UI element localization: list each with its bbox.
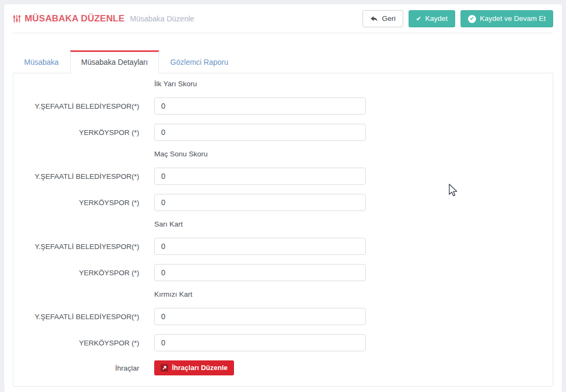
form-section: Kırmızı Kart Y.ŞEFAATLİ BELEDİYESPOR(*) … [13,290,553,351]
score-input[interactable] [154,334,366,351]
form-row: Y.ŞEFAATLİ BELEDİYESPOR(*) [13,97,553,115]
match-details-form: İlk Yarı Skoru Y.ŞEFAATLİ BELEDİYESPOR(*… [13,73,553,387]
tab-gozlemci-raporu[interactable]: Gözlemci Raporu [159,50,239,73]
edit-expulsions-button[interactable]: İhraçları Düzenle [154,360,234,375]
page-title-group: MÜSABAKA DÜZENLE Müsabaka Düzenle [13,13,194,24]
section-title: Kırmızı Kart [154,290,553,299]
score-input[interactable] [154,194,366,211]
section-title: Maç Sonu Skoru [154,150,553,159]
check-icon: ✔ [416,16,421,22]
form-row: YERKÖYSPOR (*) [13,334,553,351]
field-label: Y.ŞEFAATLİ BELEDİYESPOR(*) [13,102,139,110]
tab-list: Müsabaka Müsabaka Detayları Gözlemci Rap… [13,50,553,73]
page-title: MÜSABAKA DÜZENLE [25,13,125,24]
score-input[interactable] [154,168,366,185]
field-label: Y.ŞEFAATLİ BELEDİYESPOR(*) [13,243,139,251]
content-card: MÜSABAKA DÜZENLE Müsabaka Düzenle Geri ✔… [4,4,562,392]
tab-musabaka[interactable]: Müsabaka [13,50,70,73]
ihraclar-row: İhraçlar İhraçları Düzenle [13,360,553,375]
save-and-continue-button-label: Kaydet ve Devam Et [480,14,546,23]
field-label: YERKÖYSPOR (*) [13,129,139,137]
form-row: Y.ŞEFAATLİ BELEDİYESPOR(*) [13,168,553,185]
ihraclar-label: İhraçlar [13,364,139,372]
section-title: İlk Yarı Skoru [154,80,553,88]
field-label: Y.ŞEFAATLİ BELEDİYESPOR(*) [13,313,139,321]
score-input[interactable] [154,308,366,325]
back-button[interactable]: Geri [363,10,403,27]
form-section: Sarı Kart Y.ŞEFAATLİ BELEDİYESPOR(*) YER… [13,220,553,281]
page-header: MÜSABAKA DÜZENLE Müsabaka Düzenle Geri ✔… [13,4,553,33]
score-input[interactable] [154,124,366,141]
save-button[interactable]: ✔ Kaydet [409,10,455,27]
save-button-label: Kaydet [425,14,448,23]
form-row: Y.ŞEFAATLİ BELEDİYESPOR(*) [13,308,553,325]
edit-expulsions-button-label: İhraçları Düzenle [172,364,228,372]
form-row: YERKÖYSPOR (*) [13,194,553,211]
form-section: İlk Yarı Skoru Y.ŞEFAATLİ BELEDİYESPOR(*… [13,80,553,141]
form-section: Maç Sonu Skoru Y.ŞEFAATLİ BELEDİYESPOR(*… [13,150,553,211]
score-input[interactable] [154,97,366,115]
score-input[interactable] [154,264,366,281]
score-input[interactable] [154,238,366,255]
field-label: Y.ŞEFAATLİ BELEDİYESPOR(*) [13,172,139,180]
tab-musabaka-detaylari[interactable]: Müsabaka Detayları [70,50,160,73]
external-link-square-icon [161,364,168,372]
form-row: YERKÖYSPOR (*) [13,264,553,281]
check-circle-icon: ✔ [468,15,476,23]
field-label: YERKÖYSPOR (*) [13,269,139,277]
sliders-icon [13,14,21,23]
field-label: YERKÖYSPOR (*) [13,339,139,347]
field-label: YERKÖYSPOR (*) [13,199,139,207]
page-subtitle: Müsabaka Düzenle [130,14,194,23]
save-and-continue-button[interactable]: ✔ Kaydet ve Devam Et [461,10,553,27]
back-button-label: Geri [382,14,396,23]
form-sections: İlk Yarı Skoru Y.ŞEFAATLİ BELEDİYESPOR(*… [13,80,553,351]
reply-arrow-icon [370,16,378,22]
form-row: YERKÖYSPOR (*) [13,124,553,141]
form-row: Y.ŞEFAATLİ BELEDİYESPOR(*) [13,238,553,255]
header-actions: Geri ✔ Kaydet ✔ Kaydet ve Devam Et [363,10,553,27]
section-title: Sarı Kart [154,220,553,229]
tabs-region: Müsabaka Müsabaka Detayları Gözlemci Rap… [13,50,553,387]
